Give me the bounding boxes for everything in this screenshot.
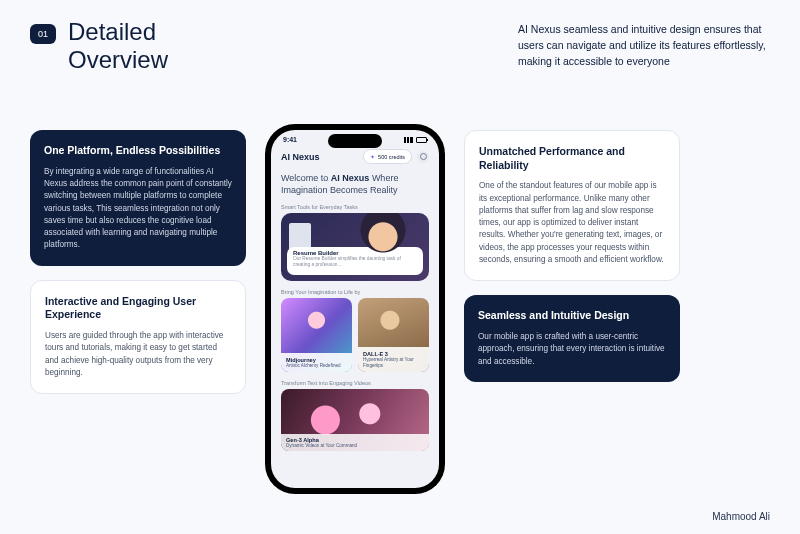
- card-desc: Our Resume Builder simplifies the daunti…: [293, 256, 417, 268]
- app-bar: AI Nexus 500 credits: [271, 145, 439, 170]
- card-title: Seamless and Intuitive Design: [478, 309, 666, 323]
- welcome-bold: AI Nexus: [331, 173, 370, 183]
- credits-pill[interactable]: 500 credits: [363, 149, 412, 164]
- right-column: Unmatched Performance and Reliability On…: [464, 130, 680, 504]
- card-one-platform: One Platform, Endless Possibilities By i…: [30, 130, 246, 266]
- phone-screen: 9:41 AI Nexus 500 credits: [271, 130, 439, 488]
- slide-title-line1: Detailed: [68, 18, 156, 45]
- slide-title-line2: Overview: [68, 46, 168, 73]
- card-performance: Unmatched Performance and Reliability On…: [464, 130, 680, 281]
- section-label-tools: Smart Tools for Everyday Tasks: [271, 202, 439, 213]
- signal-icon: [404, 137, 413, 143]
- card-body: Users are guided through the app with in…: [45, 330, 231, 379]
- card-seamless-design: Seamless and Intuitive Design Our mobile…: [464, 295, 680, 382]
- author: Mahmood Ali: [712, 511, 770, 522]
- tile-gen3[interactable]: Gen-3 Alpha Dynamic Videos at Your Comma…: [281, 389, 429, 451]
- card-desc: Dynamic Videos at Your Command: [286, 443, 424, 448]
- section-label-imagination: Bring Your Imagination to Life by: [271, 287, 439, 298]
- left-column: One Platform, Endless Possibilities By i…: [30, 130, 246, 504]
- card-body: By integrating a wide range of functiona…: [44, 166, 232, 252]
- slide-subtitle: AI Nexus seamless and intuitive design e…: [518, 22, 770, 69]
- phone-frame: 9:41 AI Nexus 500 credits: [265, 124, 445, 494]
- slide-number-badge: 01: [30, 24, 56, 44]
- welcome-pre: Welcome to: [281, 173, 331, 183]
- welcome-text: Welcome to AI Nexus Where Imagination Be…: [271, 170, 439, 202]
- app-name: AI Nexus: [281, 152, 320, 162]
- card-title: One Platform, Endless Possibilities: [44, 144, 232, 158]
- card-desc: Hyperreal Artistry at Your Fingertips: [363, 357, 424, 368]
- phone-mockup-column: 9:41 AI Nexus 500 credits: [260, 124, 450, 504]
- card-title: Unmatched Performance and Reliability: [479, 145, 665, 172]
- slide-header: 01 Detailed Overview AI Nexus seamless a…: [30, 18, 770, 73]
- tile-midjourney[interactable]: Midjourney Artistic Alchemy Redefined: [281, 298, 352, 372]
- settings-icon[interactable]: [417, 151, 429, 163]
- tile-dalle[interactable]: DALL·E 3 Hyperreal Artistry at Your Fing…: [358, 298, 429, 372]
- card-interactive-ux: Interactive and Engaging User Experience…: [30, 280, 246, 394]
- status-time: 9:41: [283, 136, 297, 143]
- card-desc: Artistic Alchemy Redefined: [286, 363, 347, 369]
- hero-card-resume[interactable]: Resume Builder Our Resume Builder simpli…: [281, 213, 429, 281]
- card-body: One of the standout features of our mobi…: [479, 180, 665, 266]
- phone-notch: [328, 134, 382, 148]
- section-label-videos: Transform Text into Engaging Videos: [271, 378, 439, 389]
- slide-title: Detailed Overview: [68, 18, 168, 73]
- battery-icon: [416, 137, 427, 143]
- card-title: Interactive and Engaging User Experience: [45, 295, 231, 322]
- card-body: Our mobile app is crafted with a user-ce…: [478, 331, 666, 368]
